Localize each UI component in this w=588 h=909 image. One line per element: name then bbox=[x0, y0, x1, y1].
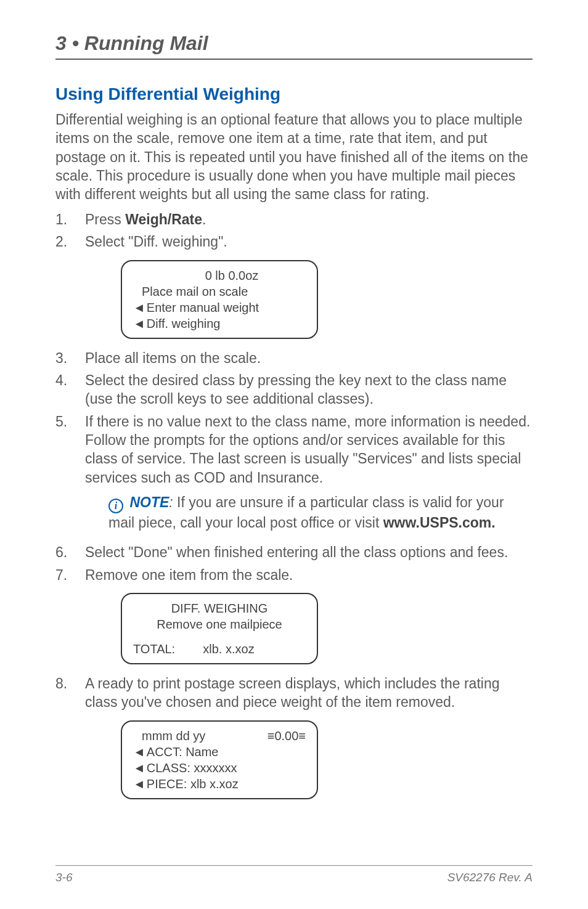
info-icon: i bbox=[108, 499, 123, 513]
intro-paragraph: Differential weighing is an optional fea… bbox=[55, 110, 533, 204]
step-5-text: If there is no value next to the class n… bbox=[85, 414, 530, 486]
step-1-keyword: Weigh/Rate bbox=[125, 211, 202, 227]
screen2-line3: TOTAL: xlb. x.xoz bbox=[133, 641, 306, 657]
screen1-line2: Place mail on scale bbox=[133, 283, 306, 300]
step-7-text: Remove one item from the scale. bbox=[85, 567, 293, 583]
step-4: Select the desired class by pressing the… bbox=[55, 371, 533, 409]
step-1-text-c: . bbox=[202, 211, 206, 227]
screen3-line4: PIECE: xlb x.xoz bbox=[133, 776, 306, 792]
page-footer: 3-6 SV62276 Rev. A bbox=[55, 865, 533, 884]
screen2-total-label: TOTAL: bbox=[133, 642, 175, 656]
screen2-line2: Remove one mailpiece bbox=[133, 616, 306, 632]
step-2-text: Select "Diff. weighing". bbox=[85, 234, 227, 250]
screen1-line3-text: Enter manual weight bbox=[147, 301, 259, 314]
screen3-acct: ACCT: Name bbox=[147, 745, 219, 759]
step-5: If there is no value next to the class n… bbox=[55, 412, 533, 532]
step-7: Remove one item from the scale. DIFF. WE… bbox=[55, 566, 533, 664]
note-sep: : bbox=[169, 494, 177, 510]
step-6: Select "Done" when finished entering all… bbox=[55, 543, 533, 561]
lcd-screen-3: mmm dd yy ≡0.00≡ ACCT: Name CLASS: xxxxx… bbox=[121, 720, 318, 799]
screen1-line4: Diff. weighing bbox=[133, 316, 306, 332]
screen3-amount: ≡0.00≡ bbox=[267, 728, 306, 744]
lcd-screen-2: DIFF. WEIGHING Remove one mailpiece TOTA… bbox=[121, 593, 318, 664]
screen3-line2: ACCT: Name bbox=[133, 744, 306, 760]
steps-list: Press Weigh/Rate. Select "Diff. weighing… bbox=[55, 210, 533, 799]
screen3-line1: mmm dd yy ≡0.00≡ bbox=[133, 728, 306, 744]
footer-page-number: 3-6 bbox=[55, 871, 72, 884]
screen2-line1: DIFF. WEIGHING bbox=[133, 600, 306, 616]
screen1-line1: 0 lb 0.0oz bbox=[133, 267, 306, 283]
step-8-text: A ready to print postage screen displays… bbox=[85, 675, 500, 710]
screen3-class: CLASS: xxxxxxx bbox=[147, 761, 237, 775]
chapter-title: 3 • Running Mail bbox=[55, 32, 533, 60]
step-3: Place all items on the scale. bbox=[55, 349, 533, 367]
note-link: www.USPS.com. bbox=[383, 515, 496, 531]
note-block: i NOTE: If you are unsure if a particula… bbox=[85, 493, 533, 532]
step-1-text-a: Press bbox=[85, 211, 125, 227]
section-heading: Using Differential Weighing bbox=[55, 84, 533, 104]
footer-doc-rev: SV62276 Rev. A bbox=[447, 871, 533, 884]
lcd-screen-1: 0 lb 0.0oz Place mail on scale Enter man… bbox=[121, 260, 318, 339]
screen3-piece: PIECE: xlb x.xoz bbox=[147, 777, 239, 791]
note-label: NOTE bbox=[129, 494, 169, 510]
screen1-line4-text: Diff. weighing bbox=[147, 317, 221, 330]
screen3-date: mmm dd yy bbox=[133, 728, 205, 744]
step-8: A ready to print postage screen displays… bbox=[55, 674, 533, 799]
screen1-line3: Enter manual weight bbox=[133, 300, 306, 316]
screen2-total-value: xlb. x.xoz bbox=[203, 642, 254, 656]
step-2: Select "Diff. weighing". 0 lb 0.0oz Plac… bbox=[55, 232, 533, 338]
screen3-line3: CLASS: xxxxxxx bbox=[133, 760, 306, 776]
step-1: Press Weigh/Rate. bbox=[55, 210, 533, 229]
